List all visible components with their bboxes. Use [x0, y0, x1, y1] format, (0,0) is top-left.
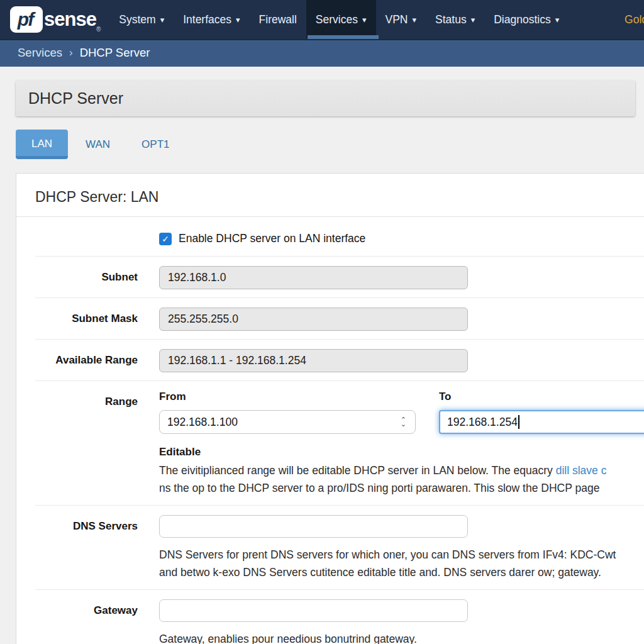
gateway-row: Gateway Gateway, enablies pour needious … — [35, 590, 644, 644]
range-help-text: The eivitiplianced range will be editabl… — [159, 464, 556, 477]
nav-item-services[interactable]: Services ▾ — [306, 0, 376, 39]
nav-item-vpn[interactable]: VPN ▾ — [376, 0, 426, 39]
chevron-down-icon: ▾ — [471, 15, 475, 25]
breadcrumb: Services › DHCP Server — [0, 39, 644, 67]
nav-item-firewall[interactable]: Firewall — [250, 0, 306, 39]
dns-help-line2: and betwo k-exo DNS Servers cutitence ed… — [159, 564, 644, 581]
empty-label — [35, 226, 138, 231]
tab-wan[interactable]: WAN — [72, 130, 124, 159]
logo-sense-text: sense — [44, 8, 96, 31]
range-to-value: 192.168.1.254 — [447, 416, 518, 429]
breadcrumb-separator-icon: › — [69, 47, 73, 59]
subnet-mask-value-field: 255.255.255.0 — [159, 308, 468, 331]
text-cursor — [518, 415, 519, 429]
enable-dhcp-label: Enable DHCP server on LAN interface — [179, 232, 365, 245]
nav-label: VPN — [386, 13, 408, 26]
gateway-input[interactable] — [159, 599, 468, 622]
dns-help-line1: DNS Servers for prent DNS servers for wh… — [159, 546, 644, 564]
range-help-line2: ns the op to the DHCP server to a pro/ID… — [159, 479, 644, 497]
range-label: Range — [35, 391, 138, 408]
number-stepper[interactable]: ⌃ ⌄ — [401, 418, 408, 426]
chevron-down-icon: ▾ — [362, 15, 367, 25]
subnet-row: Subnet 192.168.1.0 — [35, 257, 644, 298]
logo-registered-mark: ® — [96, 26, 101, 39]
checkmark-icon: ✓ — [162, 235, 169, 243]
dhcp-settings-form: ✓ Enable DHCP server on LAN interface Su… — [16, 216, 644, 644]
nav-label: Status — [435, 13, 467, 26]
subnet-mask-label: Subnet Mask — [35, 308, 138, 325]
nav-label: System — [119, 13, 155, 26]
nav-label: Diagnostics — [494, 13, 550, 26]
nav-item-status[interactable]: Status ▾ — [426, 0, 484, 39]
subnet-label: Subnet — [35, 266, 138, 284]
tab-lan[interactable]: LAN — [16, 130, 68, 159]
enable-dhcp-checkbox[interactable]: ✓ — [159, 233, 172, 245]
nav-item-gold[interactable]: Gold — [616, 0, 644, 39]
chevron-down-icon: ▾ — [412, 15, 416, 25]
range-help-line1: The eivitiplianced range will be editabl… — [159, 462, 644, 479]
dns-servers-input[interactable] — [159, 515, 468, 538]
nav-label: Services — [316, 13, 358, 26]
nav-label: Interfaces — [183, 13, 231, 26]
range-from-header: From — [159, 391, 416, 403]
range-to-input[interactable]: 192.168.1.254 — [439, 410, 644, 434]
interface-tabs: LAN WAN OPT1 — [16, 130, 644, 159]
dhcp-settings-panel: DHCP Server: LAN ✓ Enable DHCP server on… — [16, 173, 644, 644]
dns-servers-row: DNS Servers DNS Servers for prent DNS se… — [35, 506, 644, 590]
chevron-down-icon: ▾ — [160, 15, 165, 25]
nav-item-system[interactable]: System ▾ — [109, 0, 174, 39]
breadcrumb-services[interactable]: Services — [18, 46, 62, 60]
main-menu: System ▾ Interfaces ▾ Firewall Services … — [109, 0, 569, 39]
pfsense-logo-icon: pf — [10, 6, 43, 33]
breadcrumb-current-page: DHCP Server — [80, 46, 150, 60]
subnet-mask-row: Subnet Mask 255.255.255.0 — [35, 298, 644, 340]
page-title: DHCP Server — [28, 89, 123, 108]
nav-item-interfaces[interactable]: Interfaces ▾ — [174, 0, 249, 39]
page-title-bar: DHCP Server — [16, 80, 635, 116]
tab-opt1[interactable]: OPT1 — [128, 130, 183, 159]
nav-item-diagnostics[interactable]: Diagnostics ▾ — [484, 0, 569, 39]
range-from-value: 192.168.1.100 — [167, 416, 238, 429]
nav-label: Firewall — [259, 13, 297, 26]
chevron-down-icon: ▾ — [236, 15, 240, 25]
top-navbar: pf sense ® System ▾ Interfaces ▾ Firewal… — [0, 0, 644, 39]
editable-heading: Editable — [159, 446, 644, 458]
available-range-value-field: 192.168.1.1 - 192.168.1.254 — [159, 349, 468, 372]
range-to-header: To — [439, 391, 644, 403]
stepper-down-icon[interactable]: ⌄ — [401, 422, 406, 426]
gateway-help-line: Gateway, enablies pour needious bonutrin… — [159, 630, 644, 644]
range-row: Range From 192.168.1.100 ⌃ ⌄ — [35, 381, 644, 506]
subnet-value-field: 192.168.1.0 — [159, 266, 468, 289]
chevron-down-icon: ▾ — [555, 15, 560, 25]
available-range-label: Available Range — [35, 349, 138, 367]
dns-servers-label: DNS Servers — [35, 515, 138, 533]
available-range-row: Available Range 192.168.1.1 - 192.168.1.… — [35, 340, 644, 381]
enable-dhcp-row: ✓ Enable DHCP server on LAN interface — [35, 217, 644, 257]
range-from-input[interactable]: 192.168.1.100 ⌃ ⌄ — [159, 410, 416, 434]
range-help-link[interactable]: dill slave c — [556, 464, 607, 477]
logo-pf-text: pf — [18, 9, 35, 30]
gateway-label: Gateway — [35, 599, 138, 617]
pfsense-logo[interactable]: pf sense ® — [0, 0, 101, 39]
panel-heading: DHCP Server: LAN — [16, 174, 644, 216]
